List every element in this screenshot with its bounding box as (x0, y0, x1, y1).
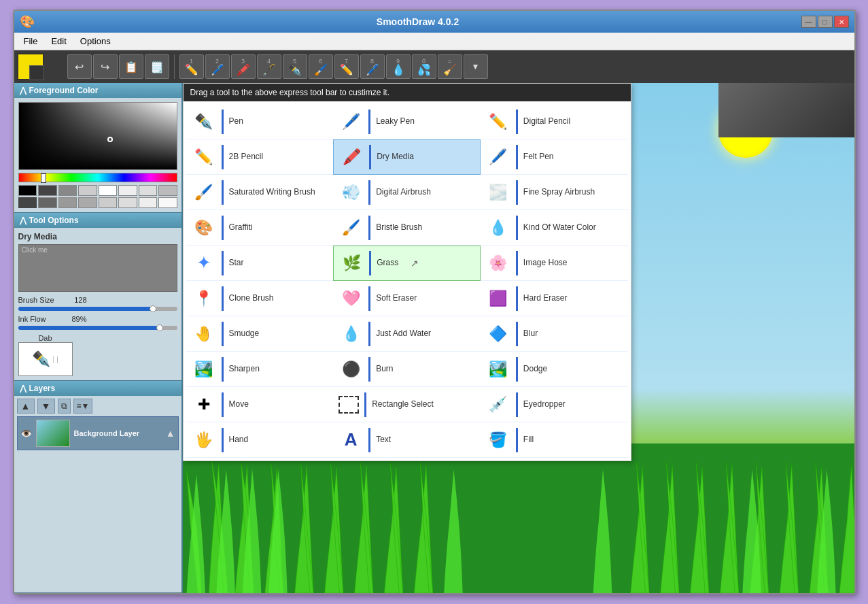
express-tool-8[interactable]: 8🖊️ (360, 54, 385, 79)
swatch-white[interactable] (99, 185, 118, 196)
tool-rectangle-select[interactable]: Rectangle Select (333, 387, 481, 422)
close-button[interactable]: ✕ (834, 16, 849, 28)
tool-digital-airbrush[interactable]: 💨 Digital Airbrush (333, 175, 481, 210)
tool-leaky-pen[interactable]: 🖊️ Leaky Pen (333, 104, 481, 139)
menu-edit[interactable]: Edit (44, 35, 73, 48)
tool-kind-of-water-color[interactable]: 💧 Kind Of Water Color (481, 210, 628, 246)
dodge-icon: 🏞️ (486, 357, 510, 382)
tool-blur[interactable]: 🔷 Blur (481, 316, 628, 352)
tool-fine-spray-airbrush[interactable]: 🌫️ Fine Spray Airbrush (481, 175, 628, 210)
tool-bristle-brush[interactable]: 🖌️ Bristle Brush (333, 210, 481, 246)
swatch-black[interactable] (18, 185, 37, 196)
tool-dry-media[interactable]: 🖍️ Dry Media (333, 139, 481, 175)
ink-flow-slider[interactable] (18, 326, 177, 330)
color-swatches (18, 185, 177, 208)
swatch-5[interactable] (78, 197, 97, 208)
color-dot (107, 137, 113, 142)
swatch-2[interactable] (18, 197, 37, 208)
express-tool-0[interactable]: 0💦 (412, 54, 436, 79)
layers-header[interactable]: ⋀ Layers (14, 381, 181, 396)
fine-spray-airbrush-label: Fine Spray Airbrush (523, 187, 595, 198)
express-tool-7[interactable]: 7✏️ (334, 54, 359, 79)
tool-just-add-water[interactable]: 💧 Just Add Water (333, 316, 481, 352)
main-area: ⋀ Foreground Color (14, 83, 854, 593)
swatch-6[interactable] (99, 197, 118, 208)
foreground-color-header[interactable]: ⋀ Foreground Color (14, 83, 181, 98)
express-tool-5[interactable]: 5✒️ (283, 54, 307, 79)
swatch-gray[interactable] (58, 185, 77, 196)
saturated-writing-brush-icon: 🖌️ (192, 180, 216, 205)
swatch-off-white[interactable] (118, 185, 137, 196)
swatch-dark[interactable] (38, 185, 57, 196)
express-tool-9[interactable]: 9💧 (386, 54, 411, 79)
express-tool-4[interactable]: 4🖋️ (257, 54, 281, 79)
color-gradient-picker[interactable] (18, 102, 177, 170)
redo-button[interactable]: ↪ (93, 54, 118, 79)
app-icon: 🎨 (20, 14, 35, 29)
tool-text[interactable]: A Text (333, 422, 481, 458)
tool-move[interactable]: ✚ Move (186, 387, 334, 422)
swatch-light-gray[interactable] (78, 185, 97, 196)
tool-eyedropper[interactable]: 💉 Eyedropper (481, 387, 628, 422)
swatch-3[interactable] (38, 197, 57, 208)
tool-saturated-writing-brush[interactable]: 🖌️ Saturated Writing Brush (186, 175, 334, 210)
tool-options-header[interactable]: ⋀ Tool Options (14, 213, 181, 228)
express-tool-1[interactable]: 1✏️ (179, 54, 204, 79)
tool-2b-pencil[interactable]: ✏️ 2B Pencil (186, 139, 334, 175)
foreground-color-label: Foreground Color (29, 86, 99, 95)
layers-content: ▲ ▼ ⧉ ≡▼ 👁️ Background Layer ▲ (14, 396, 181, 592)
tool-felt-pen[interactable]: 🖊️ Felt Pen (481, 139, 628, 175)
tool-soft-eraser[interactable]: 🩷 Soft Eraser (333, 281, 481, 316)
eyedropper-label: Eyedropper (523, 399, 566, 410)
menu-file[interactable]: File (17, 35, 45, 48)
layer-up-button[interactable]: ▲ (17, 399, 35, 414)
tool-graffiti[interactable]: 🎨 Graffiti (186, 210, 334, 246)
hue-bar[interactable] (18, 173, 177, 182)
express-tool-2[interactable]: 2🖊️ (205, 54, 230, 79)
tool-digital-pencil[interactable]: ✏️ Digital Pencil (481, 104, 628, 139)
minimize-button[interactable]: — (801, 16, 816, 28)
fine-spray-airbrush-icon: 🌫️ (486, 180, 510, 205)
tool-dodge[interactable]: 🏞️ Dodge (481, 352, 628, 387)
tool-star[interactable]: ✦ Star (186, 246, 334, 281)
tool-dropdown-hint: Drag a tool to the above express tool ba… (190, 88, 389, 97)
hand-label: Hand (229, 435, 249, 446)
tool-sharpen[interactable]: 🏞️ Sharpen (186, 352, 334, 387)
foreground-color-section: ⋀ Foreground Color (14, 83, 181, 213)
brush-size-slider[interactable] (18, 307, 177, 311)
tool-clone-brush[interactable]: 📍 Clone Brush (186, 281, 334, 316)
layer-expand-icon[interactable]: ▲ (166, 428, 175, 439)
tool-hand[interactable]: 🖐️ Hand (186, 422, 334, 458)
swatch-7[interactable] (118, 197, 137, 208)
background-color-swatch[interactable] (29, 65, 44, 80)
tool-preview[interactable]: Click me (18, 244, 177, 292)
layer-menu-button[interactable]: ≡▼ (73, 399, 93, 414)
tool-grass[interactable]: 🌿 Grass ↗ (333, 246, 481, 281)
new-button[interactable]: 🗒️ (145, 54, 169, 79)
tool-fill[interactable]: 🪣 Fill (481, 422, 628, 458)
tool-pen[interactable]: ✒️ Pen (186, 104, 334, 139)
menu-options[interactable]: Options (73, 35, 118, 48)
tool-smudge[interactable]: 🤚 Smudge (186, 316, 334, 352)
layer-down-button[interactable]: ▼ (37, 399, 55, 414)
swatch-9[interactable] (158, 197, 177, 208)
maximize-button[interactable]: □ (818, 16, 833, 28)
layer-background[interactable]: 👁️ Background Layer ▲ (17, 416, 179, 450)
express-tools-more[interactable]: ▼ (464, 54, 488, 79)
layers-button[interactable]: 📋 (119, 54, 143, 79)
express-tool-3[interactable]: 3🖍️ (231, 54, 256, 79)
swatch-lighter[interactable] (139, 185, 158, 196)
tool-hard-eraser[interactable]: 🟪 Hard Eraser (481, 281, 628, 316)
swatch-medium[interactable] (158, 185, 177, 196)
swatch-8[interactable] (139, 197, 158, 208)
dab-preview[interactable]: ✒️ | (18, 342, 73, 376)
undo-button[interactable]: ↩ (67, 54, 92, 79)
swatch-4[interactable] (58, 197, 77, 208)
canvas-area[interactable]: Drag a tool to the above express tool ba… (183, 83, 854, 593)
tool-burn[interactable]: ⚫ Burn (333, 352, 481, 387)
layer-duplicate-button[interactable]: ⧉ (58, 399, 71, 414)
express-tool-6[interactable]: 6🖌️ (309, 54, 333, 79)
express-tool-eq[interactable]: =🧹 (438, 54, 462, 79)
layer-visibility-icon[interactable]: 👁️ (20, 428, 32, 439)
tool-image-hose[interactable]: 🌸 Image Hose (481, 246, 628, 281)
